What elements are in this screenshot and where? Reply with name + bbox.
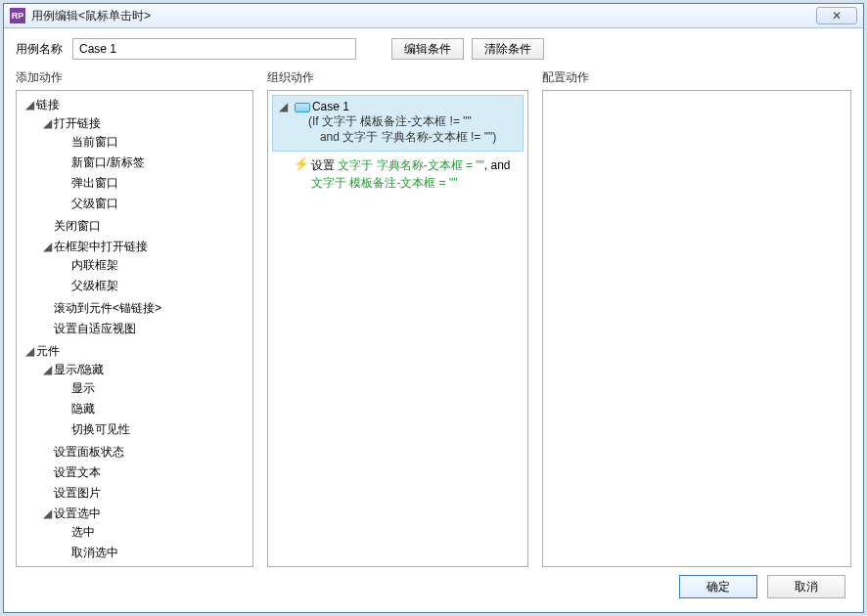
tree-node-open-in-frame[interactable]: ◢在框架中打开链接 内联框架 父级框架 <box>40 237 249 298</box>
tree-leaf-close-window[interactable]: 关闭窗口 <box>40 216 249 237</box>
tree-node-open-link[interactable]: ◢打开链接 当前窗口 新窗口/新标签 弹出窗口 父级窗口 <box>40 113 249 216</box>
cancel-button[interactable]: 取消 <box>767 575 845 598</box>
action-row[interactable]: ⚡ 设置 文字于 字典名称-文本框 = "", and 文字于 模板备注-文本框… <box>272 152 524 194</box>
tree-leaf-inline-frame[interactable]: 内联框架 <box>58 255 247 276</box>
tree-leaf-select[interactable]: 选中 <box>58 522 247 543</box>
condition-line-2: and 文字于 字典名称-文本框 != "") <box>320 129 517 145</box>
ok-button[interactable]: 确定 <box>679 575 757 598</box>
chevron-down-icon: ◢ <box>42 363 52 376</box>
action-text: 设置 文字于 字典名称-文本框 = "", and 文字于 模板备注-文本框 =… <box>311 157 511 192</box>
chevron-down-icon: ◢ <box>42 240 52 253</box>
actions-tree-panel[interactable]: ◢链接 ◢打开链接 当前窗口 新窗口/新标签 弹出窗口 父级窗口 <box>16 90 253 567</box>
chevron-down-icon: ◢ <box>42 116 52 130</box>
case-name-text: Case 1 <box>312 100 349 113</box>
configure-actions-column: 配置动作 <box>542 69 851 567</box>
close-icon: ✕ <box>832 9 842 22</box>
tree-leaf-set-text[interactable]: 设置文本 <box>40 462 249 483</box>
content-area: 用例名称 编辑条件 清除条件 添加动作 ◢链接 ◢打开链接 当前窗口 <box>4 28 863 612</box>
tree-leaf-deselect[interactable]: 取消选中 <box>58 543 247 563</box>
bolt-icon: ⚡ <box>294 157 305 170</box>
tree-node-show-hide[interactable]: ◢显示/隐藏 显示 隐藏 切换可见性 <box>40 360 249 442</box>
app-icon: RP <box>10 8 25 23</box>
tree-leaf-parent-frame[interactable]: 父级框架 <box>58 276 247 296</box>
tree-leaf-current-window[interactable]: 当前窗口 <box>58 132 247 153</box>
tree-node-link[interactable]: ◢链接 ◢打开链接 当前窗口 新窗口/新标签 弹出窗口 父级窗口 <box>23 95 251 341</box>
case-name-input[interactable] <box>72 38 356 60</box>
case-name-label: 用例名称 <box>16 41 63 58</box>
add-actions-column: 添加动作 ◢链接 ◢打开链接 当前窗口 新窗口/新标签 弹出窗口 父级窗口 <box>16 69 253 567</box>
close-button[interactable]: ✕ <box>816 7 857 24</box>
top-row: 用例名称 编辑条件 清除条件 <box>16 38 851 60</box>
tree-leaf-parent-window[interactable]: 父级窗口 <box>58 194 247 214</box>
tree-leaf-set-image[interactable]: 设置图片 <box>40 483 249 504</box>
clear-condition-button[interactable]: 清除条件 <box>472 38 544 60</box>
organize-actions-panel[interactable]: ◢ Case 1 (If 文字于 模板备注-文本框 != "" and 文字于 … <box>267 90 528 567</box>
organize-actions-column: 组织动作 ◢ Case 1 (If 文字于 模板备注-文本框 != "" and… <box>267 69 528 567</box>
tree-leaf-set-adaptive[interactable]: 设置自适应视图 <box>40 319 249 339</box>
chevron-down-icon: ◢ <box>279 100 289 113</box>
tree-leaf-scroll-to[interactable]: 滚动到元件<锚链接> <box>40 298 249 319</box>
case-icon <box>295 103 308 112</box>
chevron-down-icon: ◢ <box>24 98 34 111</box>
case-block[interactable]: ◢ Case 1 (If 文字于 模板备注-文本框 != "" and 文字于 … <box>272 95 524 152</box>
add-actions-header: 添加动作 <box>16 69 253 86</box>
edit-condition-button[interactable]: 编辑条件 <box>391 38 464 60</box>
window-title: 用例编辑<鼠标单击时> <box>31 8 151 24</box>
condition-line-1: (If 文字于 模板备注-文本框 != "" <box>308 113 517 129</box>
columns: 添加动作 ◢链接 ◢打开链接 当前窗口 新窗口/新标签 弹出窗口 父级窗口 <box>16 69 851 567</box>
tree-leaf-popup-window[interactable]: 弹出窗口 <box>58 173 247 194</box>
titlebar: RP 用例编辑<鼠标单击时> ✕ <box>4 4 863 28</box>
case-editor-window: RP 用例编辑<鼠标单击时> ✕ 用例名称 编辑条件 清除条件 添加动作 ◢链接 <box>3 3 864 613</box>
tree-node-widget[interactable]: ◢元件 ◢显示/隐藏 显示 隐藏 切换可见性 设置面板状态 <box>23 341 251 567</box>
tree-node-set-selected[interactable]: ◢设置选中 选中 取消选中 <box>40 504 249 565</box>
organize-actions-header: 组织动作 <box>267 69 528 86</box>
tree-leaf-hide[interactable]: 隐藏 <box>58 399 247 419</box>
tree-leaf-toggle[interactable]: 切换可见性 <box>58 419 247 440</box>
configure-actions-header: 配置动作 <box>542 69 851 86</box>
chevron-down-icon: ◢ <box>42 506 52 520</box>
tree-leaf-show[interactable]: 显示 <box>58 378 247 399</box>
tree-leaf-new-window[interactable]: 新窗口/新标签 <box>58 153 247 173</box>
tree-leaf-panel-state[interactable]: 设置面板状态 <box>40 442 249 462</box>
chevron-down-icon: ◢ <box>24 344 34 358</box>
configure-actions-panel[interactable] <box>542 90 851 567</box>
footer: 确定 取消 <box>16 567 851 602</box>
